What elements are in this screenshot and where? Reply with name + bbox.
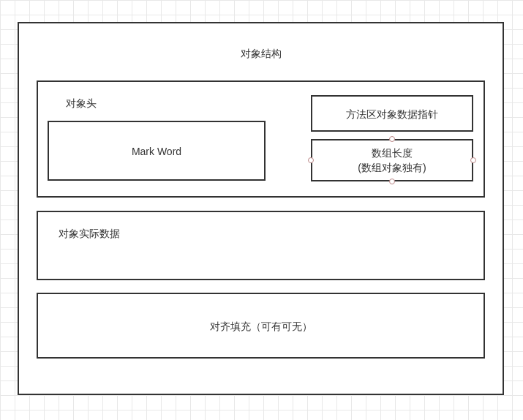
object-structure-title: 对象结构 bbox=[18, 47, 504, 61]
method-area-pointer-label: 方法区对象数据指针 bbox=[311, 108, 473, 122]
selection-handle[interactable] bbox=[470, 157, 476, 163]
instance-data-label: 对象实际数据 bbox=[59, 227, 205, 241]
array-length-label: 数组长度 (数组对象独有) bbox=[311, 146, 473, 175]
mark-word-label: Mark Word bbox=[48, 145, 266, 160]
selection-handle[interactable] bbox=[308, 157, 314, 163]
instance-data-box bbox=[37, 211, 485, 280]
selection-handle[interactable] bbox=[389, 136, 395, 142]
selection-handle[interactable] bbox=[389, 179, 395, 184]
padding-label: 对齐填充（可有可无） bbox=[37, 320, 485, 334]
object-header-label: 对象头 bbox=[66, 97, 139, 111]
